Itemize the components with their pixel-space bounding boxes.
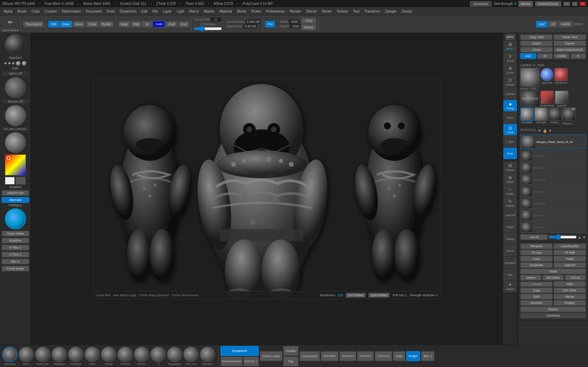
remesh-btn[interactable]: Remesh bbox=[520, 300, 553, 306]
bg-color[interactable] bbox=[16, 177, 26, 185]
unify-btn[interactable]: Unify bbox=[393, 351, 405, 361]
crop-button[interactable]: Crop bbox=[301, 18, 316, 24]
brush-icon-claybuild[interactable] bbox=[52, 347, 67, 362]
menu-item-layer[interactable]: Layer bbox=[161, 9, 174, 14]
r-btn[interactable]: R bbox=[570, 53, 586, 59]
import-btn[interactable]: Import bbox=[520, 41, 553, 46]
menu-item-texture[interactable]: Texture bbox=[334, 9, 350, 14]
curve-mode-btn[interactable]: Curve Mode bbox=[2, 266, 29, 271]
alternate-btn[interactable]: Alternate bbox=[2, 197, 29, 203]
list-down-btn[interactable]: ▼ bbox=[582, 235, 586, 239]
r-button[interactable] bbox=[573, 23, 583, 26]
mrgb-button[interactable]: Mrgb bbox=[118, 21, 130, 27]
brush-icon-monster[interactable] bbox=[200, 347, 215, 362]
copy-tool-btn[interactable]: Copy Tool bbox=[520, 34, 553, 40]
viewport[interactable]: Curve Res Max Bend Angle Curve Snap Dist… bbox=[31, 33, 502, 345]
actual-button[interactable]: ⊡ Actual bbox=[503, 76, 517, 88]
zoom-button[interactable]: ⊕ Zoom bbox=[503, 64, 517, 76]
solo-button[interactable]: Solo bbox=[503, 269, 517, 280]
blur-btn[interactable]: Blur 0 bbox=[2, 259, 29, 264]
append-btn[interactable]: Append bbox=[554, 262, 586, 268]
flip-btn[interactable]: Flip bbox=[283, 356, 298, 366]
quick-sketch-icon[interactable]: ✏ bbox=[4, 16, 17, 29]
unused-4[interactable]: Unused 4 bbox=[520, 186, 586, 197]
menu-item-stroke[interactable]: Stroke bbox=[319, 9, 334, 14]
list-all-btn[interactable]: List All bbox=[520, 234, 548, 240]
color-picker[interactable] bbox=[5, 154, 26, 175]
brush-icon-_f[interactable] bbox=[150, 347, 166, 362]
menu-item-deformation[interactable]: Deformation bbox=[60, 9, 83, 14]
texture-preview[interactable] bbox=[5, 105, 26, 126]
project-btn-2[interactable]: Projec bbox=[406, 351, 420, 361]
del-hidden-btn[interactable]: Del Hidden bbox=[346, 293, 366, 298]
menu-item-edit[interactable]: Edit bbox=[139, 9, 149, 14]
m-button[interactable]: M bbox=[142, 21, 152, 27]
paste-btn[interactable]: Paste bbox=[554, 256, 586, 262]
brush-icon-move[interactable] bbox=[19, 347, 34, 362]
geometry-btn[interactable]: Geometry bbox=[520, 313, 586, 318]
brush-icon-hpolish[interactable] bbox=[117, 347, 133, 362]
rotate-button-icon[interactable]: ↻ Rotate bbox=[503, 198, 517, 209]
del-other2-btn[interactable]: Del Other bbox=[554, 288, 586, 293]
rotate-button[interactable]: Rotate bbox=[99, 21, 114, 27]
gxyz-button[interactable]: GXyz bbox=[503, 148, 517, 159]
switch-color-btn[interactable]: SwitchColor bbox=[2, 190, 29, 196]
menu-item-draw[interactable]: Draw bbox=[104, 9, 117, 14]
menu-item-material[interactable]: Material bbox=[217, 9, 234, 14]
clone-btn[interactable]: Clone bbox=[520, 47, 553, 53]
menu-item-custom[interactable]: Custom bbox=[43, 9, 59, 14]
close-button[interactable]: ✕ bbox=[580, 2, 586, 6]
pro-button[interactable]: Pro bbox=[265, 21, 275, 27]
panel-loops-btn[interactable]: Panel Loops bbox=[260, 351, 282, 361]
draw-button[interactable]: Draw bbox=[60, 21, 72, 27]
dynamesh-btn[interactable]: DynaMesh bbox=[221, 346, 259, 356]
material-preview[interactable] bbox=[5, 132, 26, 153]
paste-tool-btn[interactable]: Paste Tool bbox=[554, 34, 586, 40]
script-button[interactable]: DefaultZScript bbox=[535, 1, 561, 7]
aahalf-button[interactable]: AAHalf bbox=[503, 88, 517, 99]
menu-item-brush[interactable]: Brush bbox=[15, 9, 29, 14]
all-btn[interactable]: All bbox=[537, 53, 553, 59]
maximize-button[interactable]: □ bbox=[572, 2, 577, 6]
bpr-button[interactable]: BPR bbox=[505, 34, 515, 40]
h-tiles-btn[interactable]: H Tiles 1 bbox=[2, 245, 29, 250]
active-subtool-item[interactable]: Merged_PM3D_Head_03_04 bbox=[520, 134, 586, 149]
copy2-btn[interactable]: Copy bbox=[520, 288, 553, 293]
edit-button[interactable]: Edit bbox=[48, 21, 59, 27]
all-high-btn[interactable]: All High bbox=[554, 250, 586, 255]
menu-item-tool[interactable]: Tool bbox=[351, 9, 361, 14]
insert-btn[interactable]: Insert bbox=[520, 269, 586, 274]
scroll-button[interactable]: ⇕ Scroll bbox=[503, 53, 517, 64]
brush-icon-orb_cra[interactable] bbox=[183, 347, 199, 362]
brush-icon-planar[interactable] bbox=[101, 347, 116, 362]
alpha-off-btn[interactable]: Alpha Off bbox=[2, 71, 29, 76]
visible-button[interactable]: Visible bbox=[559, 21, 573, 27]
menu-item-color[interactable]: Color bbox=[29, 9, 42, 14]
menu-item-picker[interactable]: Picker bbox=[249, 9, 263, 14]
v-tiles-btn[interactable]: V Tiles 1 bbox=[2, 252, 29, 257]
eraser-brush-tool[interactable] bbox=[555, 91, 568, 104]
rgb-button[interactable]: Rgb bbox=[131, 21, 142, 27]
local-button[interactable]: ◎ Local bbox=[503, 124, 517, 135]
subtool-eye-btn[interactable]: 👁 bbox=[538, 129, 541, 133]
make-poly-btn[interactable]: Make PolyMesh3D bbox=[554, 47, 586, 53]
frame-button[interactable]: ⊞ Frame bbox=[503, 162, 517, 173]
linefill-button[interactable]: Line Fill bbox=[503, 209, 517, 221]
visible-btn[interactable]: Visible bbox=[554, 53, 569, 59]
z-intensity-slider[interactable] bbox=[194, 27, 222, 31]
goz-button[interactable]: GoZ bbox=[536, 21, 547, 27]
brush-icon-rugasboo[interactable] bbox=[167, 347, 182, 362]
sphere-tool[interactable] bbox=[540, 68, 554, 81]
rename-btn[interactable]: Rename bbox=[520, 243, 553, 249]
copy-btn[interactable]: Copy bbox=[520, 256, 553, 262]
slice-curv-btn[interactable]: SliceCurv bbox=[339, 351, 356, 361]
backface-mask-btn[interactable]: BackFaceMask bbox=[221, 356, 243, 366]
unused-2[interactable]: Unused 2 bbox=[520, 162, 586, 173]
split-hidden-btn[interactable]: Split Hidden bbox=[369, 293, 390, 298]
list-up-btn[interactable]: ▲ bbox=[578, 235, 581, 239]
move-button[interactable]: Move bbox=[73, 21, 85, 27]
floor-button[interactable]: Floor bbox=[503, 112, 517, 123]
texture-off-btn[interactable]: Texture Off bbox=[2, 99, 29, 104]
merged-pm3d-tool[interactable]: Merged_PM3D bbox=[520, 91, 540, 106]
menu-item-marker[interactable]: Marker bbox=[202, 9, 217, 14]
